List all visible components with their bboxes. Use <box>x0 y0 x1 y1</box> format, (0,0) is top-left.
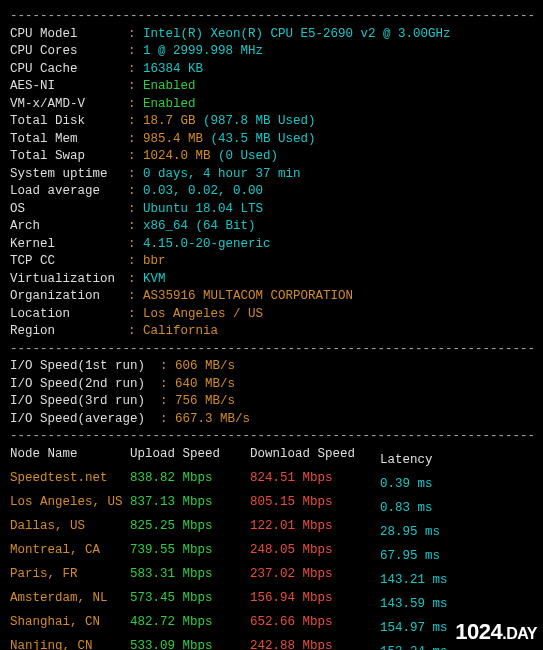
colon: : <box>160 394 175 408</box>
sys-label: Virtualization <box>10 271 128 289</box>
sys-label: Organization <box>10 288 128 306</box>
sys-row: Total Mem: 985.4 MB (43.5 MB Used) <box>10 131 533 149</box>
sys-label: System uptime <box>10 166 128 184</box>
latency: 153.24 ms <box>380 644 448 650</box>
sys-label: VM-x/AMD-V <box>10 96 128 114</box>
speedtest-header: Node NameUpload SpeedDownload SpeedLaten… <box>10 446 533 470</box>
sys-row: Organization: AS35916 MULTACOM CORPORATI… <box>10 288 533 306</box>
sys-value: Intel(R) Xeon(R) CPU E5-2690 v2 @ 3.00GH… <box>143 27 451 41</box>
upload-speed: 739.55 Mbps <box>130 542 250 560</box>
sys-extra: (0 Used) <box>211 149 279 163</box>
colon: : <box>128 27 143 41</box>
sys-row: Kernel: 4.15.0-20-generic <box>10 236 533 254</box>
node-name: Dallas, US <box>10 518 130 536</box>
sys-label: Location <box>10 306 128 324</box>
sys-row: System uptime: 0 days, 4 hour 37 min <box>10 166 533 184</box>
download-speed: 242.88 Mbps <box>250 638 380 651</box>
sys-value: bbr <box>143 254 166 268</box>
download-speed: 824.51 Mbps <box>250 470 380 488</box>
col-header-lat: Latency <box>380 452 433 470</box>
node-name: Amsterdam, NL <box>10 590 130 608</box>
watermark-num: 1024 <box>455 619 502 644</box>
upload-speed: 533.09 Mbps <box>130 638 250 651</box>
colon: : <box>128 219 143 233</box>
sys-label: OS <box>10 201 128 219</box>
node-name: Speedtest.net <box>10 470 130 488</box>
sys-value: 0 days, 4 hour 37 min <box>143 167 301 181</box>
sys-value: 1 @ 2999.998 MHz <box>143 44 263 58</box>
sys-label: TCP CC <box>10 253 128 271</box>
sys-row: Total Disk: 18.7 GB (987.8 MB Used) <box>10 113 533 131</box>
sys-row: Region: California <box>10 323 533 341</box>
upload-speed: 482.72 Mbps <box>130 614 250 632</box>
sys-value: Ubuntu 18.04 LTS <box>143 202 263 216</box>
colon: : <box>128 202 143 216</box>
sys-row: CPU Model: Intel(R) Xeon(R) CPU E5-2690 … <box>10 26 533 44</box>
sys-value: 985.4 MB <box>143 132 203 146</box>
sys-value: Enabled <box>143 79 196 93</box>
sys-label: Load average <box>10 183 128 201</box>
sys-label: Kernel <box>10 236 128 254</box>
sys-label: CPU Cores <box>10 43 128 61</box>
latency: 143.21 ms <box>380 572 448 590</box>
sys-row: TCP CC: bbr <box>10 253 533 271</box>
io-label: I/O Speed(average) <box>10 411 160 429</box>
sys-extra: (987.8 MB Used) <box>196 114 316 128</box>
speedtest-row: Los Angeles, US837.13 Mbps805.15 Mbps0.8… <box>10 494 533 518</box>
colon: : <box>160 377 175 391</box>
node-name: Nanjing, CN <box>10 638 130 651</box>
watermark: 1024.DAY <box>455 617 537 648</box>
latency: 143.59 ms <box>380 596 448 614</box>
colon: : <box>128 62 143 76</box>
speedtest-row: Dallas, US825.25 Mbps122.01 Mbps28.95 ms <box>10 518 533 542</box>
sys-label: Region <box>10 323 128 341</box>
sys-extra: (43.5 MB Used) <box>203 132 316 146</box>
speedtest-row: Amsterdam, NL573.45 Mbps156.94 Mbps143.5… <box>10 590 533 614</box>
divider: ----------------------------------------… <box>10 341 533 359</box>
node-name: Shanghai, CN <box>10 614 130 632</box>
sys-value: 18.7 GB <box>143 114 196 128</box>
upload-speed: 837.13 Mbps <box>130 494 250 512</box>
col-header-dn: Download Speed <box>250 446 380 464</box>
sys-value: 16384 KB <box>143 62 203 76</box>
sys-label: CPU Cache <box>10 61 128 79</box>
sys-label: Arch <box>10 218 128 236</box>
sys-value: Los Angeles / US <box>143 307 263 321</box>
sys-row: OS: Ubuntu 18.04 LTS <box>10 201 533 219</box>
upload-speed: 583.31 Mbps <box>130 566 250 584</box>
watermark-suffix: .DAY <box>502 625 537 642</box>
colon: : <box>128 132 143 146</box>
colon: : <box>128 167 143 181</box>
colon: : <box>128 44 143 58</box>
colon: : <box>128 237 143 251</box>
io-label: I/O Speed(1st run) <box>10 358 160 376</box>
col-header-name: Node Name <box>10 446 130 464</box>
io-row: I/O Speed(average) : 667.3 MB/s <box>10 411 533 429</box>
speedtest-row: Montreal, CA739.55 Mbps248.05 Mbps67.95 … <box>10 542 533 566</box>
upload-speed: 838.82 Mbps <box>130 470 250 488</box>
io-row: I/O Speed(1st run) : 606 MB/s <box>10 358 533 376</box>
latency: 0.39 ms <box>380 476 433 494</box>
sys-label: Total Disk <box>10 113 128 131</box>
download-speed: 122.01 Mbps <box>250 518 380 536</box>
sys-row: CPU Cores: 1 @ 2999.998 MHz <box>10 43 533 61</box>
col-header-up: Upload Speed <box>130 446 250 464</box>
io-value: 667.3 MB/s <box>175 412 250 426</box>
sys-row: VM-x/AMD-V: Enabled <box>10 96 533 114</box>
speedtest-row: Paris, FR583.31 Mbps237.02 Mbps143.21 ms <box>10 566 533 590</box>
download-speed: 248.05 Mbps <box>250 542 380 560</box>
sys-row: Virtualization: KVM <box>10 271 533 289</box>
colon: : <box>128 184 143 198</box>
latency: 67.95 ms <box>380 548 440 566</box>
sys-value: Enabled <box>143 97 196 111</box>
io-row: I/O Speed(3rd run) : 756 MB/s <box>10 393 533 411</box>
sys-row: Arch: x86_64 (64 Bit) <box>10 218 533 236</box>
colon: : <box>128 272 143 286</box>
colon: : <box>160 412 175 426</box>
io-value: 756 MB/s <box>175 394 235 408</box>
colon: : <box>128 289 143 303</box>
sys-value: 0.03, 0.02, 0.00 <box>143 184 263 198</box>
node-name: Los Angeles, US <box>10 494 130 512</box>
colon: : <box>160 359 175 373</box>
sys-value: California <box>143 324 218 338</box>
